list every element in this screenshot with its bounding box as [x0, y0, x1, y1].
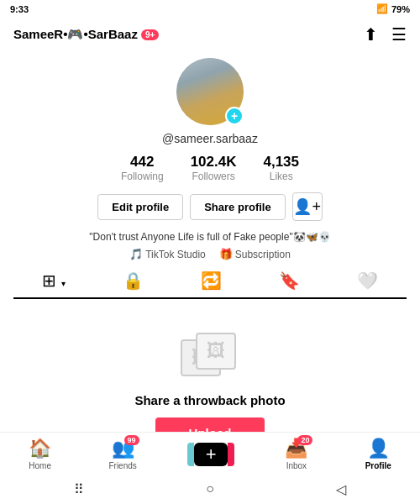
add-friend-button[interactable]: 👤+	[292, 192, 323, 221]
followers-label: Followers	[192, 171, 234, 182]
throwback-image-2: 🖼	[196, 333, 236, 370]
action-buttons: Edit profile Share profile 👤+	[97, 192, 322, 221]
notification-badge: 9+	[141, 29, 159, 40]
stats-row: 442 Following 102.4K Followers 4,135 Lik…	[121, 154, 299, 182]
following-label: Following	[121, 171, 164, 182]
bottom-nav: 🏠 Home 👥 99 Friends + 📥 20 Inbox 👤 Profi…	[0, 432, 420, 474]
stat-following: 442 Following	[121, 154, 164, 182]
bookmark-icon: 🔖	[279, 271, 300, 290]
tiktok-studio-icon: 🎵	[129, 248, 143, 260]
following-count: 442	[130, 154, 154, 171]
grid-icon: ⊞	[42, 271, 56, 290]
friends-badge: 99	[124, 435, 139, 445]
nav-username: SameeR•🎮•SarBaaz	[13, 27, 138, 42]
top-nav: SameeR•🎮•SarBaaz 9+ ⬆ ☰	[0, 18, 420, 51]
tab-grid[interactable]: ⊞ ▾	[42, 270, 66, 291]
lock-icon: 🔒	[123, 271, 144, 290]
dropdown-icon: ▾	[61, 279, 66, 288]
nav-friends[interactable]: 👥 99 Friends	[108, 438, 136, 470]
app-grid-icon[interactable]: ⠿	[74, 481, 84, 497]
system-nav: ⠿ ○ ◁	[0, 474, 420, 504]
subscription-link[interactable]: 🎁 Subscription	[219, 248, 291, 260]
heart-icon: 🤍	[357, 271, 378, 290]
avatar-add-button[interactable]: +	[225, 107, 244, 125]
share-icon[interactable]: ⬆	[364, 24, 378, 45]
tab-saved[interactable]: 🔖	[279, 270, 300, 291]
stat-likes: 4,135 Likes	[263, 154, 299, 182]
status-time: 9:33	[10, 4, 29, 14]
battery-text: 79%	[391, 4, 410, 14]
profile-nav-label: Profile	[365, 461, 391, 470]
tiktok-studio-link[interactable]: 🎵 TikTok Studio	[129, 248, 206, 260]
nav-create[interactable]: +	[194, 443, 228, 466]
friends-icon: 👥 99	[112, 438, 134, 459]
inbox-icon: 📥 20	[285, 438, 307, 459]
nav-profile[interactable]: 👤 Profile	[365, 438, 391, 470]
likes-count: 4,135	[263, 154, 299, 171]
throwback-title: Share a throwback photo	[134, 393, 285, 407]
profile-bio: "Don't trust Anyone Life is full of Fake…	[89, 231, 330, 243]
wifi-icon: 📶	[376, 3, 388, 14]
profile-nav-icon: 👤	[367, 438, 390, 459]
home-label: Home	[29, 461, 51, 470]
tiktok-studio-label: TikTok Studio	[145, 249, 206, 260]
inbox-label: Inbox	[286, 461, 307, 470]
home-icon: 🏠	[29, 438, 51, 459]
bio-links: 🎵 TikTok Studio 🎁 Subscription	[129, 248, 291, 260]
stat-followers: 102.4K Followers	[191, 154, 237, 182]
friends-label: Friends	[108, 461, 136, 470]
menu-icon[interactable]: ☰	[391, 24, 407, 45]
inbox-badge: 20	[297, 435, 312, 445]
create-button[interactable]: +	[194, 443, 228, 466]
likes-label: Likes	[270, 171, 293, 182]
plus-icon: +	[206, 444, 217, 465]
tab-private[interactable]: 🔒	[123, 270, 144, 291]
share-profile-button[interactable]: Share profile	[190, 194, 285, 220]
add-friend-icon: 👤+	[293, 197, 321, 216]
status-icons: 📶 79%	[376, 3, 410, 14]
profile-username: @sameer.sarbaaz	[162, 132, 258, 145]
home-sys-icon[interactable]: ○	[206, 481, 214, 496]
profile-section: + @sameer.sarbaaz 442 Following 102.4K F…	[0, 51, 420, 299]
tab-liked[interactable]: 🤍	[357, 270, 378, 291]
subscription-icon: 🎁	[219, 248, 233, 260]
edit-profile-button[interactable]: Edit profile	[97, 194, 183, 220]
back-icon[interactable]: ◁	[336, 481, 346, 497]
followers-count: 102.4K	[191, 154, 237, 171]
avatar-wrapper: +	[176, 58, 244, 125]
nav-action-icons: ⬆ ☰	[364, 24, 407, 45]
nav-home[interactable]: 🏠 Home	[29, 438, 51, 470]
tab-icons-row: ⊞ ▾ 🔒 🔁 🔖 🤍	[13, 270, 407, 299]
subscription-label: Subscription	[235, 249, 291, 260]
throwback-photo-icon: 🖼 🖼	[181, 333, 239, 383]
status-bar: 9:33 📶 79%	[0, 0, 420, 18]
photo-placeholder-icon-2: 🖼	[207, 340, 225, 362]
repost-icon: 🔁	[201, 271, 222, 290]
nav-inbox[interactable]: 📥 20 Inbox	[285, 438, 307, 470]
profile-nav-title: SameeR•🎮•SarBaaz 9+	[13, 27, 159, 42]
tab-reposts[interactable]: 🔁	[201, 270, 222, 291]
